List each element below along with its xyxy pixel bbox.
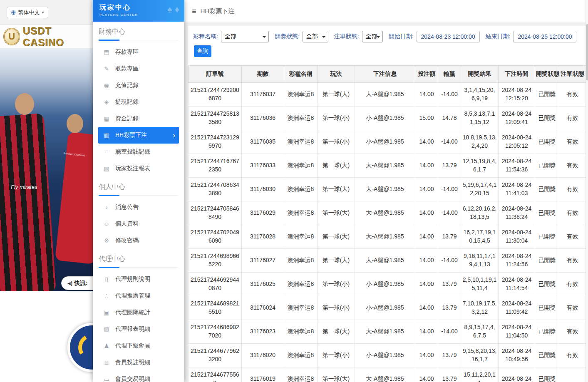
table-cell: 13.79	[438, 367, 461, 382]
end-date-input[interactable]: 2024-08-25 12:00:00	[513, 31, 576, 42]
table-cell: 6,12,20,16,2,18,13,5	[461, 201, 499, 225]
news-ticker[interactable]: ◄) 快訊:	[61, 276, 93, 290]
sidebar-item-label: HH彩票下注	[115, 131, 147, 139]
agent-report-detail-icon: ▨	[103, 326, 110, 332]
sidebar-item-label: 個人資料	[115, 220, 139, 228]
table-cell: 有效	[559, 249, 586, 273]
table-cell: 第一球(小)	[318, 296, 355, 320]
table-cell: 已開獎	[535, 249, 559, 273]
sidebar-item-agent-rules[interactable]: ▯代理規則說明	[98, 271, 179, 288]
table-cell: 31176033	[242, 154, 284, 178]
table-cell: 澳洲幸运8	[284, 83, 318, 107]
draw-status-select[interactable]: 全部	[303, 31, 328, 42]
news-label: 快訊:	[74, 280, 88, 287]
sidebar-header: 玩家中心 PLAYERS CENTER ♠ ♦	[93, 0, 184, 22]
player-center-sidebar: 玩家中心 PLAYERS CENTER ♠ ♦ 財務中心▤存款專區✎取款專區◉充…	[93, 0, 184, 382]
sidebar-item-label: 代理規則說明	[115, 275, 150, 283]
table-cell: 14.00	[415, 249, 438, 273]
sidebar-item-member-transaction-detail[interactable]: ▭會員交易明細	[98, 371, 179, 382]
hero-jersey-text: Fly mirates	[11, 184, 37, 191]
table-cell: 31176028	[242, 225, 284, 249]
table-cell: 澳洲幸运8	[284, 201, 318, 225]
sidebar-item-cashout-records[interactable]: ◈提現記錄	[98, 94, 179, 110]
table-cell: 31176037	[242, 83, 284, 107]
column-header: 注單狀態	[559, 66, 586, 83]
table-cell: 14.00	[415, 367, 438, 382]
table-cell: 2024-08-24 11:24:56	[499, 249, 535, 273]
sidebar-item-change-password[interactable]: ⚙修改密碼	[98, 232, 179, 249]
sidebar-item-fund-records[interactable]: ▦資金記錄	[98, 110, 179, 127]
table-cell: 大-A盤@1.985	[355, 154, 415, 178]
table-cell: 第一球(小)	[318, 107, 355, 130]
logo-badge-icon: U	[3, 28, 20, 45]
sidebar-item-deposit-zone[interactable]: ▤存款專區	[98, 44, 179, 60]
cashout-records-icon: ◈	[103, 99, 110, 105]
recharge-records-icon: ◉	[103, 82, 110, 89]
table-cell: 2024-08-24 12:05:12	[499, 130, 535, 154]
table-cell: 13.79	[438, 273, 461, 296]
table-cell: 有效	[559, 178, 586, 201]
lottery-name-value: 全部	[225, 33, 236, 40]
table-cell: 2152172446775569	[189, 367, 242, 382]
sidebar-item-player-bet-report[interactable]: ▧玩家投注報表	[98, 160, 179, 177]
sidebar-item-withdraw-zone[interactable]: ✎取款專區	[98, 60, 179, 77]
table-cell: 2024-08-24 11:54:36	[499, 154, 535, 178]
section-title: 代理中心	[99, 255, 179, 268]
table-row: 215217244725813358031176036澳洲幸运8第一球(小)小-…	[189, 107, 586, 130]
table-cell: 已開獎	[535, 320, 559, 344]
column-header: 開獎狀態	[535, 66, 559, 83]
scrollbar[interactable]	[586, 0, 588, 382]
sidebar-item-agent-sub-members[interactable]: ♟代理下級會員	[98, 337, 179, 354]
background-site: ⊕ 繁体中文 ▾ U USDT CASINO Fly mirates Stand…	[0, 0, 93, 382]
agent-promotion-icon: ∴	[103, 293, 110, 299]
site-logo[interactable]: U USDT CASINO	[0, 25, 93, 48]
sidebar-item-agent-report-detail[interactable]: ▨代理報表明細	[98, 321, 179, 337]
change-password-icon: ⚙	[103, 237, 110, 244]
sidebar-item-recharge-records[interactable]: ◉充值記錄	[98, 77, 179, 94]
sidebar-item-label: 會員投註明細	[115, 359, 150, 366]
table-cell: 31176024	[242, 296, 284, 320]
table-cell: -14.00	[438, 130, 461, 154]
player-bet-report-icon: ▧	[103, 165, 110, 172]
column-header: 訂單號	[189, 66, 242, 83]
table-cell: 13.79	[438, 296, 461, 320]
sidebar-item-hh-lottery-bets[interactable]: ▥HH彩票下注›	[98, 127, 179, 144]
table-cell: 已開獎	[535, 107, 559, 130]
query-button[interactable]: 查詢	[194, 45, 211, 57]
table-cell: 14.00	[415, 130, 438, 154]
sidebar-item-agent-promotion[interactable]: ∴代理推廣管理	[98, 288, 179, 304]
team-logo-badge	[67, 323, 93, 372]
table-cell: 2152172447020496090	[189, 225, 242, 249]
sidebar-item-member-bet-detail[interactable]: ≣會員投註明細	[98, 354, 179, 371]
agent-team-stats-icon: ▣	[103, 309, 110, 316]
table-cell: 有效	[559, 296, 586, 320]
table-cell: 第一球(大)	[318, 178, 355, 201]
main-content: ≡ HH彩票下注 彩種名稱: 全部 開獎狀態: 全部 注單狀態: 全部 開始日期…	[184, 0, 586, 382]
table-cell: 2,5,10,1,19,15,11,4	[461, 273, 499, 296]
table-cell: 大-A盤@1.985	[355, 178, 415, 201]
table-cell: 2024-08-24 10:49:56	[499, 344, 535, 367]
table-cell: 已開獎	[535, 273, 559, 296]
sidebar-item-announcements[interactable]: ♪消息公告	[98, 199, 179, 216]
sidebar-item-profile[interactable]: ☺個人資料	[98, 216, 179, 232]
table-cell: 2024-08-24 11:36:24	[499, 201, 535, 225]
table-cell: 14.00	[415, 296, 438, 320]
table-cell: 31176036	[242, 107, 284, 130]
sidebar-item-agent-team-stats[interactable]: ▣代理團隊統計	[98, 304, 179, 321]
table-cell: 第一球(大)	[318, 320, 355, 344]
agent-sub-members-icon: ♟	[103, 342, 110, 349]
order-status-select[interactable]: 全部	[362, 31, 383, 42]
sidebar-item-label: 會員交易明細	[115, 375, 150, 382]
table-cell: 第一球(大)	[318, 154, 355, 178]
lottery-name-select[interactable]: 全部	[221, 31, 269, 42]
section-title: 財務中心	[99, 27, 179, 40]
language-selector[interactable]: ⊕ 繁体中文 ▾	[7, 7, 48, 18]
menu-toggle-icon[interactable]: ≡	[192, 7, 196, 16]
table-cell: 2024-08-24 11:09:42	[499, 296, 535, 320]
start-date-input[interactable]: 2024-08-23 12:00:00	[417, 31, 480, 42]
scrollbar-thumb[interactable]	[586, 24, 588, 80]
table-cell: 澳洲幸运8	[284, 320, 318, 344]
deposit-zone-icon: ▤	[103, 49, 110, 55]
sidebar-item-room-bet-records[interactable]: ≡廳室投註記錄	[98, 144, 179, 160]
table-cell: 澳洲幸运8	[284, 107, 318, 130]
